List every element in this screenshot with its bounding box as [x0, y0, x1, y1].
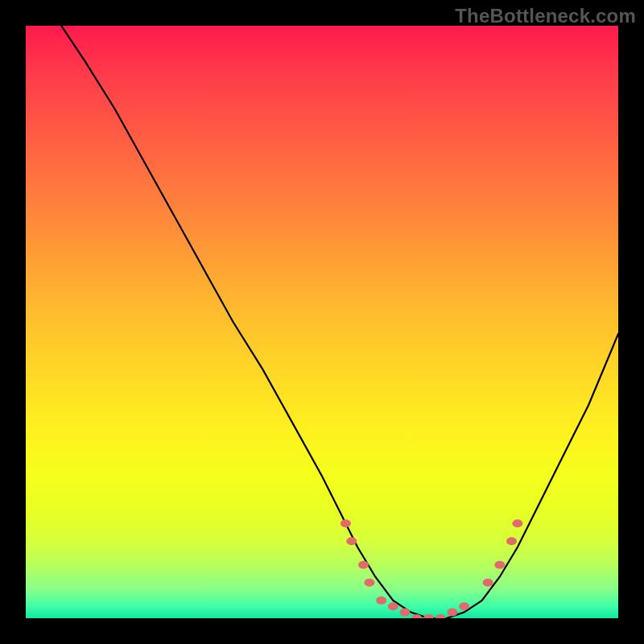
curve-svg — [26, 26, 618, 618]
marker-dot — [447, 609, 457, 617]
marker-dot — [483, 579, 493, 587]
plot-area — [26, 26, 618, 618]
marker-dot — [512, 519, 522, 527]
bottleneck-curve — [61, 26, 618, 618]
marker-dot — [376, 597, 386, 605]
marker-dot — [436, 614, 446, 618]
marker-dot — [506, 537, 517, 545]
marker-dot — [341, 519, 351, 527]
marker-dot — [423, 614, 434, 618]
chart-frame: TheBottleneck.com — [0, 0, 644, 644]
marker-group — [341, 519, 523, 618]
marker-dot — [364, 579, 374, 587]
marker-dot — [459, 602, 469, 610]
marker-dot — [346, 537, 357, 545]
watermark-text: TheBottleneck.com — [455, 5, 636, 27]
marker-dot — [494, 561, 505, 569]
marker-dot — [388, 602, 398, 610]
marker-dot — [358, 561, 369, 569]
marker-dot — [400, 609, 411, 617]
